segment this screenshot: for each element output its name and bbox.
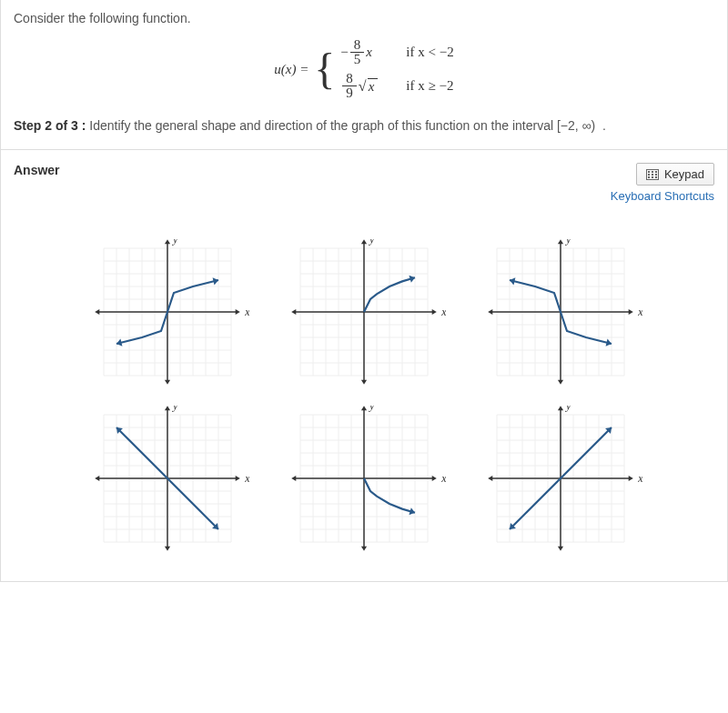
- svg-text:y: y: [565, 406, 571, 412]
- svg-text:y: y: [369, 406, 375, 412]
- case-1: − 8 5 x if x < −2: [340, 38, 453, 66]
- radical-arg: x: [368, 78, 379, 95]
- graph-choice-1[interactable]: xy: [86, 239, 249, 387]
- keypad-area: Keypad Keyboard Shortcuts: [611, 163, 714, 203]
- graph-row-2: xy xy xy: [86, 406, 642, 554]
- graph-choice-2[interactable]: xy: [282, 239, 446, 387]
- svg-marker-193: [488, 476, 492, 481]
- keypad-button-label: Keypad: [664, 167, 704, 181]
- graph-choice-3[interactable]: xy: [479, 239, 642, 387]
- svg-marker-37: [165, 380, 170, 385]
- keypad-icon: [646, 169, 659, 180]
- case-1-var: x: [366, 45, 372, 60]
- svg-text:x: x: [244, 472, 249, 485]
- case-2-expr: 8 9 √x: [340, 72, 395, 100]
- svg-text:x: x: [440, 472, 446, 485]
- frac-8-9: 8 9: [342, 72, 357, 100]
- svg-rect-5: [652, 174, 653, 176]
- svg-rect-8: [652, 176, 653, 178]
- svg-marker-161: [432, 476, 437, 481]
- svg-rect-3: [655, 171, 657, 173]
- svg-text:y: y: [172, 239, 178, 246]
- keypad-button[interactable]: Keypad: [636, 163, 714, 186]
- svg-text:y: y: [565, 239, 571, 246]
- radical-icon: √: [359, 78, 367, 95]
- svg-marker-98: [488, 309, 492, 315]
- step-label: Step 2 of 3 :: [14, 118, 86, 133]
- svg-marker-34: [236, 309, 240, 315]
- svg-marker-100: [558, 380, 563, 385]
- svg-marker-164: [361, 547, 367, 551]
- svg-rect-2: [652, 171, 653, 173]
- svg-marker-67: [291, 309, 296, 315]
- graph-row-1: xy xy xy: [86, 239, 642, 387]
- graph-choices: xy xy xy xy xy xy: [14, 239, 714, 554]
- svg-marker-129: [236, 476, 240, 481]
- step-text: Identify the general shape and direction…: [89, 118, 606, 133]
- keyboard-shortcuts-link[interactable]: Keyboard Shortcuts: [611, 189, 714, 203]
- svg-marker-130: [95, 476, 99, 481]
- svg-marker-195: [558, 547, 563, 551]
- svg-marker-97: [629, 309, 633, 315]
- svg-marker-194: [558, 406, 563, 410]
- minus-sign: −: [340, 45, 348, 60]
- graph-choice-6[interactable]: xy: [479, 406, 642, 554]
- svg-marker-36: [165, 239, 170, 244]
- answer-header: Answer Keypad Keyboard Shortcuts: [14, 163, 714, 203]
- graph-choice-5[interactable]: xy: [282, 406, 446, 554]
- svg-marker-162: [291, 476, 296, 481]
- svg-rect-4: [648, 174, 650, 176]
- svg-text:y: y: [369, 239, 375, 246]
- piecewise-function: u(x) = { − 8 5 x if x < −2: [14, 38, 714, 100]
- case-1-condition: if x < −2: [406, 45, 453, 60]
- frac-num: 8: [342, 72, 357, 86]
- svg-marker-132: [165, 547, 170, 551]
- frac-num: 8: [350, 38, 365, 53]
- case-2: 8 9 √x if x ≥ −2: [340, 72, 453, 100]
- left-brace-icon: {: [314, 47, 335, 91]
- frac-den: 5: [350, 53, 365, 66]
- svg-marker-66: [432, 309, 437, 315]
- svg-marker-131: [165, 406, 170, 410]
- case-1-expr: − 8 5 x: [340, 38, 395, 66]
- svg-rect-6: [655, 174, 657, 176]
- case-2-condition: if x ≥ −2: [406, 78, 453, 94]
- svg-text:x: x: [637, 472, 642, 485]
- answer-label: Answer: [14, 163, 60, 177]
- svg-marker-192: [629, 476, 633, 481]
- frac-8-5: 8 5: [350, 38, 365, 66]
- function-name: u(x) =: [274, 62, 308, 77]
- svg-rect-7: [648, 176, 650, 178]
- svg-rect-1: [648, 171, 650, 173]
- cases: − 8 5 x if x < −2 8 9: [340, 38, 453, 100]
- step-line: Step 2 of 3 : Identify the general shape…: [14, 118, 714, 133]
- question-panel: Consider the following function. u(x) = …: [0, 0, 728, 150]
- answer-panel: Answer Keypad Keyboard Shortcuts xy xy x: [0, 150, 728, 582]
- function-wrap: u(x) = { − 8 5 x if x < −2: [274, 38, 453, 100]
- svg-text:y: y: [172, 406, 178, 412]
- svg-text:x: x: [637, 306, 642, 318]
- svg-text:x: x: [440, 306, 446, 318]
- question-prompt: Consider the following function.: [14, 11, 714, 25]
- svg-marker-35: [95, 309, 99, 315]
- svg-marker-163: [361, 406, 367, 410]
- frac-den: 9: [342, 86, 357, 100]
- graph-choice-4[interactable]: xy: [86, 406, 249, 554]
- svg-marker-69: [361, 380, 367, 385]
- svg-marker-99: [558, 239, 563, 244]
- svg-marker-68: [361, 239, 367, 244]
- svg-text:x: x: [244, 306, 249, 318]
- svg-rect-9: [655, 176, 657, 178]
